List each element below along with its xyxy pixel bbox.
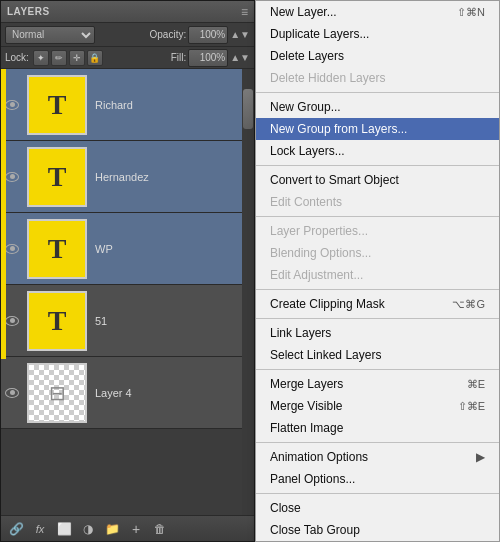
layer-info-2: Hernandez — [91, 169, 254, 185]
fill-row: Fill: ▲▼ — [171, 49, 250, 67]
fill-input[interactable] — [188, 49, 228, 67]
menu-item[interactable]: New Group from Layers... — [256, 118, 499, 140]
menu-arrow-icon: ▶ — [476, 450, 485, 464]
selection-indicator — [1, 69, 6, 359]
menu-item[interactable]: Panel Options... — [256, 468, 499, 490]
layer-thumb-4: T — [27, 291, 87, 351]
menu-item-label: Animation Options — [270, 450, 368, 464]
layer-item[interactable]: T 51 — [1, 285, 254, 357]
blend-mode-bar: Normal Opacity: ▲▼ — [1, 23, 254, 47]
menu-separator — [256, 442, 499, 443]
layer-fx-button[interactable]: fx — [29, 519, 51, 539]
layer-thumb-1: T — [27, 75, 87, 135]
menu-item[interactable]: Select Linked Layers — [256, 344, 499, 366]
text-type-icon-4: T — [48, 305, 67, 337]
menu-shortcut: ⇧⌘N — [457, 6, 485, 19]
layer-name-2: Hernandez — [95, 171, 250, 183]
panel-title: LAYERS — [7, 6, 50, 17]
menu-item[interactable]: Lock Layers... — [256, 140, 499, 162]
menu-items-container: New Layer...⇧⌘NDuplicate Layers...Delete… — [256, 1, 499, 541]
menu-item[interactable]: Flatten Image — [256, 417, 499, 439]
menu-item[interactable]: Convert to Smart Object — [256, 169, 499, 191]
lock-pixels-btn[interactable]: ✏ — [51, 50, 67, 66]
scrollbar-track[interactable] — [242, 69, 254, 515]
menu-item[interactable]: Delete Layers — [256, 45, 499, 67]
menu-item: Delete Hidden Layers — [256, 67, 499, 89]
menu-item-label: Close Tab Group — [270, 523, 360, 537]
menu-item[interactable]: New Group... — [256, 96, 499, 118]
lock-bar: Lock: ✦ ✏ ✛ 🔒 Fill: ▲▼ — [1, 47, 254, 69]
fill-label: Fill: — [171, 52, 187, 63]
text-type-icon-2: T — [48, 161, 67, 193]
layer-thumb-2: T — [27, 147, 87, 207]
delete-layer-button[interactable]: 🗑 — [149, 519, 171, 539]
menu-item-label: Panel Options... — [270, 472, 355, 486]
menu-item[interactable]: Animation Options▶ — [256, 446, 499, 468]
menu-shortcut: ⌥⌘G — [452, 298, 485, 311]
visibility-icon-5 — [5, 388, 19, 398]
layer-info-5: Layer 4 — [91, 385, 254, 401]
layer-item[interactable]: ⊟ Layer 4 — [1, 357, 254, 429]
layer-item[interactable]: T Richard — [1, 69, 254, 141]
layer-thumb-3: T — [27, 219, 87, 279]
menu-item-label: New Layer... — [270, 5, 337, 19]
blend-mode-select[interactable]: Normal — [5, 26, 95, 44]
layers-panel: LAYERS ≡ Normal Opacity: ▲▼ Lock: ✦ ✏ ✛ … — [0, 0, 255, 542]
menu-item-label: Convert to Smart Object — [270, 173, 399, 187]
panel-menu-button[interactable]: ≡ — [241, 5, 248, 19]
menu-item-label: Edit Adjustment... — [270, 268, 363, 282]
layer-item[interactable]: T Hernandez — [1, 141, 254, 213]
layer-item[interactable]: T WP — [1, 213, 254, 285]
context-menu: New Layer...⇧⌘NDuplicate Layers...Delete… — [255, 0, 500, 542]
menu-item-label: Delete Layers — [270, 49, 344, 63]
layer-info-3: WP — [91, 241, 254, 257]
opacity-label: Opacity: — [150, 29, 187, 40]
adjustment-button[interactable]: ◑ — [77, 519, 99, 539]
menu-item-label: Close — [270, 501, 301, 515]
menu-item[interactable]: Duplicate Layers... — [256, 23, 499, 45]
new-group-button[interactable]: 📁 — [101, 519, 123, 539]
link-layers-button[interactable]: 🔗 — [5, 519, 27, 539]
opacity-input[interactable] — [188, 26, 228, 44]
lock-all-btn[interactable]: 🔒 — [87, 50, 103, 66]
layer-info-1: Richard — [91, 97, 254, 113]
layer-name-5: Layer 4 — [95, 387, 250, 399]
scrollbar-thumb[interactable] — [243, 89, 253, 129]
new-layer-button[interactable]: + — [125, 519, 147, 539]
lock-transparent-btn[interactable]: ✦ — [33, 50, 49, 66]
menu-item[interactable]: Close Tab Group — [256, 519, 499, 541]
menu-item[interactable]: Merge Layers⌘E — [256, 373, 499, 395]
panel-toolbar: 🔗 fx ⬜ ◑ 📁 + 🗑 — [1, 515, 254, 541]
menu-item-label: Lock Layers... — [270, 144, 345, 158]
visibility-icon-4 — [5, 316, 19, 326]
menu-item-label: Layer Properties... — [270, 224, 368, 238]
menu-shortcut: ⇧⌘E — [458, 400, 485, 413]
menu-item[interactable]: New Layer...⇧⌘N — [256, 1, 499, 23]
menu-separator — [256, 369, 499, 370]
fill-stepper[interactable]: ▲▼ — [230, 52, 250, 63]
menu-item[interactable]: Merge Visible⇧⌘E — [256, 395, 499, 417]
add-mask-button[interactable]: ⬜ — [53, 519, 75, 539]
layer-thumb-5: ⊟ — [27, 363, 87, 423]
menu-separator — [256, 92, 499, 93]
menu-item[interactable]: Close — [256, 497, 499, 519]
opacity-row: Opacity: ▲▼ — [150, 26, 250, 44]
menu-item-label: Merge Visible — [270, 399, 342, 413]
opacity-stepper[interactable]: ▲▼ — [230, 29, 250, 40]
layer-name-1: Richard — [95, 99, 250, 111]
lock-position-btn[interactable]: ✛ — [69, 50, 85, 66]
menu-item: Edit Adjustment... — [256, 264, 499, 286]
menu-item-label: Select Linked Layers — [270, 348, 381, 362]
lock-label: Lock: — [5, 52, 29, 63]
text-type-icon-3: T — [48, 233, 67, 265]
menu-item-label: Link Layers — [270, 326, 331, 340]
menu-separator — [256, 165, 499, 166]
menu-separator — [256, 289, 499, 290]
layer-name-4: 51 — [95, 315, 250, 327]
layer-eye-5[interactable] — [1, 357, 23, 429]
menu-item: Layer Properties... — [256, 220, 499, 242]
menu-item[interactable]: Create Clipping Mask⌥⌘G — [256, 293, 499, 315]
layers-list: T Richard T Hernandez T — [1, 69, 254, 515]
menu-item[interactable]: Link Layers — [256, 322, 499, 344]
menu-item: Edit Contents — [256, 191, 499, 213]
